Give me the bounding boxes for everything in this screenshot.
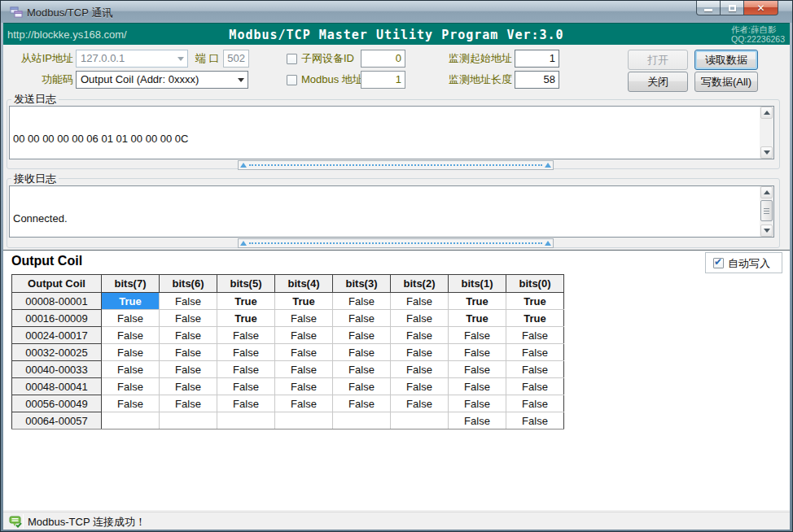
bit-cell[interactable]: False — [102, 327, 160, 344]
bit-cell[interactable]: False — [275, 395, 333, 412]
bit-cell[interactable]: False — [506, 395, 564, 412]
row-header[interactable]: 00024-00017 — [12, 327, 102, 344]
row-header[interactable]: 00008-00001 — [12, 293, 102, 310]
bit-cell[interactable]: True — [275, 293, 333, 310]
bit-cell[interactable]: False — [275, 344, 333, 361]
bit-cell[interactable]: True — [506, 310, 564, 327]
bit-cell[interactable] — [391, 412, 449, 430]
bit-cell[interactable] — [102, 412, 160, 430]
bit-cell[interactable]: False — [506, 361, 564, 378]
bit-cell[interactable]: False — [506, 412, 564, 430]
bit-cell[interactable]: False — [275, 327, 333, 344]
bit-cell[interactable]: False — [160, 361, 217, 378]
modbus-addr-checkbox[interactable] — [287, 75, 297, 85]
bit-cell[interactable]: False — [391, 395, 449, 412]
scroll-up-icon[interactable] — [760, 107, 773, 119]
minimize-button[interactable] — [696, 1, 721, 15]
bit-cell[interactable]: False — [333, 310, 391, 327]
recv-log-textarea[interactable]: Connected. (11Byte) 00 00 00 00 00 05 01… — [9, 185, 774, 238]
bit-cell[interactable]: False — [391, 344, 449, 361]
bit-cell[interactable] — [160, 412, 217, 430]
bit-cell[interactable]: False — [449, 395, 506, 412]
bit-cell[interactable]: False — [160, 395, 217, 412]
bit-cell[interactable]: False — [333, 327, 391, 344]
row-header[interactable]: 00040-00033 — [12, 361, 102, 378]
row-header[interactable]: 00064-00057 — [12, 412, 102, 430]
bit-cell[interactable]: False — [391, 361, 449, 378]
send-log-htrackbar[interactable] — [238, 160, 554, 170]
bit-cell[interactable]: False — [449, 327, 506, 344]
port-field[interactable]: 502 — [223, 50, 249, 68]
length-field[interactable]: 58 — [515, 71, 559, 89]
column-header[interactable]: bits(1) — [449, 275, 506, 293]
bit-cell[interactable]: False — [102, 361, 160, 378]
bit-cell[interactable]: False — [217, 395, 275, 412]
send-log-vscrollbar[interactable] — [760, 107, 773, 159]
bit-cell[interactable]: True — [506, 293, 564, 310]
row-header[interactable]: 00048-00041 — [12, 378, 102, 395]
bit-cell[interactable]: True — [449, 310, 506, 327]
bit-cell[interactable] — [217, 412, 275, 430]
bit-cell[interactable]: False — [391, 293, 449, 310]
column-header[interactable]: bits(4) — [275, 275, 333, 293]
scroll-down-icon[interactable] — [760, 225, 773, 237]
bit-cell[interactable]: False — [391, 310, 449, 327]
start-address-field[interactable]: 1 — [515, 50, 559, 68]
row-header[interactable]: 00032-00025 — [12, 344, 102, 361]
bit-cell[interactable]: False — [275, 310, 333, 327]
bit-cell[interactable]: False — [333, 395, 391, 412]
bit-cell[interactable]: True — [217, 310, 275, 327]
bit-cell[interactable]: False — [391, 378, 449, 395]
bit-cell[interactable]: False — [506, 327, 564, 344]
column-header[interactable]: bits(7) — [102, 275, 160, 293]
bit-cell[interactable] — [333, 412, 391, 430]
bit-cell[interactable]: False — [449, 344, 506, 361]
bit-cell[interactable]: False — [160, 378, 217, 395]
column-header[interactable]: bits(5) — [217, 275, 275, 293]
bit-cell[interactable]: False — [102, 310, 160, 327]
bit-cell[interactable]: True — [449, 293, 506, 310]
scroll-up-icon[interactable] — [760, 186, 773, 198]
bit-cell[interactable]: False — [449, 361, 506, 378]
bit-cell[interactable]: False — [506, 344, 564, 361]
column-header[interactable]: bits(6) — [160, 275, 217, 293]
bit-cell[interactable]: False — [160, 310, 217, 327]
modbus-addr-field[interactable]: 1 — [361, 71, 405, 89]
row-header[interactable]: 00056-00049 — [12, 395, 102, 412]
close-button[interactable]: ✕ — [743, 1, 778, 15]
auto-write-checkbox[interactable] — [713, 258, 724, 268]
bit-cell[interactable]: False — [217, 344, 275, 361]
bit-cell[interactable] — [275, 412, 333, 430]
bit-cell[interactable]: False — [506, 378, 564, 395]
bit-cell[interactable]: False — [217, 378, 275, 395]
column-header[interactable]: bits(3) — [333, 275, 391, 293]
bit-cell[interactable]: False — [333, 293, 391, 310]
row-header[interactable]: 00016-00009 — [12, 310, 102, 327]
read-data-button[interactable]: 读取数据 — [694, 50, 758, 70]
bit-cell[interactable]: False — [275, 378, 333, 395]
bit-cell[interactable]: True — [102, 293, 160, 310]
maximize-button[interactable] — [721, 1, 743, 15]
column-header[interactable]: bits(2) — [391, 275, 449, 293]
bit-cell[interactable]: False — [102, 344, 160, 361]
bit-cell[interactable]: False — [449, 412, 506, 430]
write-data-button[interactable]: 写数据(All) — [694, 72, 758, 92]
bit-cell[interactable]: False — [102, 378, 160, 395]
bit-cell[interactable]: False — [160, 293, 217, 310]
bit-cell[interactable]: False — [449, 378, 506, 395]
open-button[interactable]: 打开 — [628, 50, 688, 70]
bit-cell[interactable]: False — [217, 361, 275, 378]
bit-cell[interactable]: False — [333, 344, 391, 361]
bit-cell[interactable]: False — [333, 378, 391, 395]
bit-cell[interactable]: False — [160, 327, 217, 344]
bit-cell[interactable]: True — [217, 293, 275, 310]
bit-cell[interactable]: False — [391, 327, 449, 344]
close-conn-button[interactable]: 关闭 — [628, 72, 688, 92]
function-code-combobox[interactable]: Output Coil (Addr: 0xxxx) — [76, 71, 248, 89]
recv-log-vscrollbar[interactable] — [760, 186, 773, 237]
bit-cell[interactable]: False — [333, 361, 391, 378]
send-log-textarea[interactable]: 00 00 00 00 00 06 01 01 00 00 00 0C 00 0… — [9, 106, 774, 159]
bit-cell[interactable]: False — [102, 395, 160, 412]
subnet-id-field[interactable]: 0 — [361, 50, 405, 68]
subnet-id-checkbox[interactable] — [287, 54, 297, 64]
